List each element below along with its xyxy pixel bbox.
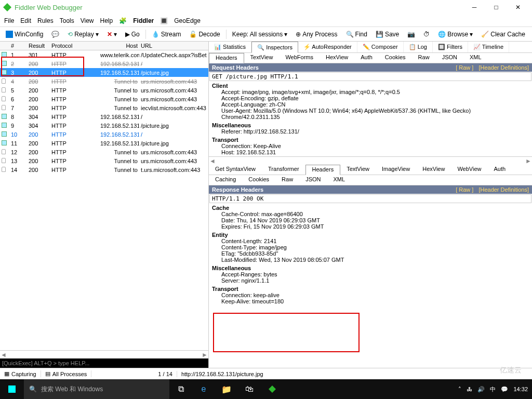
header-item[interactable]: Expires: Fri, 15 Nov 2019 06:29:03 GMT	[212, 223, 529, 230]
header-item[interactable]: Accept-Language: zh-CN	[212, 101, 529, 108]
session-row[interactable]: 12200HTTPTunnel tours.microsoft.com:443	[0, 148, 208, 156]
resptab-raw[interactable]: Raw	[275, 175, 299, 185]
reqtab-raw[interactable]: Raw	[412, 53, 436, 63]
minimize-button[interactable]: ─	[463, 0, 485, 15]
replay-button[interactable]: Replay ▾	[65, 30, 101, 39]
header-item[interactable]: ETag: "5dcbb933-85d"	[212, 250, 529, 257]
tray-up-icon[interactable]: ˄	[458, 386, 461, 393]
tray-ime-icon[interactable]: 中	[490, 385, 496, 393]
header-item[interactable]: Host: 192.168.52.131	[212, 149, 529, 155]
tray-time[interactable]: 14:32	[513, 386, 528, 392]
resptab-webview[interactable]: WebView	[451, 165, 487, 175]
reqtab-headers[interactable]: Headers	[209, 53, 244, 63]
explorer-icon[interactable]: 📁	[215, 379, 238, 399]
reqtab-auth[interactable]: Auth	[354, 53, 379, 63]
tab-timeline[interactable]: 📈 Timeline	[468, 42, 509, 52]
taskbar-search[interactable]: 🔍 搜索 Web 和 Windows	[24, 379, 169, 399]
tab-inspectors[interactable]: 🔍 Inspectors	[251, 42, 298, 53]
tray-network-icon[interactable]: 🖧	[467, 386, 472, 392]
reqtab-textview[interactable]: TextView	[244, 53, 280, 63]
menu-help[interactable]: Help	[100, 17, 113, 24]
menu-geoedge[interactable]: GeoEdge	[174, 17, 201, 24]
col-num[interactable]: #	[9, 43, 27, 49]
go-button[interactable]: ▶ Go	[123, 30, 142, 39]
close-button[interactable]: ✕	[507, 0, 529, 15]
session-row[interactable]: 7200HTTPTunnel toiecvlist.microsoft.com:…	[0, 103, 208, 112]
menu-file[interactable]: File	[4, 17, 14, 24]
header-item[interactable]: Accept-Ranges: bytes	[212, 271, 529, 277]
session-row[interactable]: 2200HTTP192.168.52.131/	[0, 59, 208, 68]
tab-autoresponder[interactable]: ⚡ AutoResponder	[298, 42, 357, 52]
reqtab-cookies[interactable]: Cookies	[379, 53, 412, 63]
keep-sessions-dropdown[interactable]: Keep: All sessions ▾	[230, 30, 290, 39]
session-row[interactable]: 11200HTTP192.168.52.131/picture.jpg	[0, 139, 208, 148]
remove-button[interactable]: ✕ ▾	[104, 30, 119, 39]
task-view-icon[interactable]: ⧉	[169, 379, 192, 399]
session-row[interactable]: 4200HTTPTunnel tours.microsoft.com:443	[0, 77, 208, 86]
header-item[interactable]: Content-Length: 2141	[212, 238, 529, 244]
header-item[interactable]: Referer: http://192.168.52.131/	[212, 128, 529, 135]
resptab-caching[interactable]: Caching	[209, 175, 242, 185]
comment-button[interactable]: 💬	[49, 30, 62, 39]
save-button[interactable]: 💾 Save	[373, 30, 402, 39]
session-row[interactable]: 3200HTTP192.168.52.131/picture.jpg	[0, 68, 208, 77]
header-item[interactable]: Date: Thu, 14 Nov 2019 06:29:03 GMT	[212, 217, 529, 223]
response-raw-link[interactable]: [ Raw ]	[456, 187, 473, 193]
resptab-hexview[interactable]: HexView	[416, 165, 451, 175]
status-processes[interactable]: ▤ All Processes	[41, 370, 92, 377]
session-row[interactable]: 10200HTTP192.168.52.131/	[0, 130, 208, 139]
col-result[interactable]: Result	[27, 43, 50, 49]
resptab-transformer[interactable]: Transformer	[262, 165, 305, 175]
quickexec-bar[interactable]: [QuickExec] ALT+Q > type HELP...	[0, 358, 208, 368]
col-url[interactable]: URL	[139, 43, 208, 49]
header-item[interactable]: Cache-Control: max-age=86400	[212, 211, 529, 217]
session-row[interactable]: 5200HTTPTunnel tours.microsoft.com:443	[0, 86, 208, 95]
header-item[interactable]: Connection: keep-alive	[212, 292, 529, 298]
stream-button[interactable]: 💧 Stream	[149, 30, 184, 39]
clear-cache-button[interactable]: 🧹 Clear Cache	[478, 30, 528, 39]
header-item[interactable]: User-Agent: Mozilla/5.0 (Windows NT 10.0…	[212, 108, 529, 120]
edge-icon[interactable]: e	[192, 379, 215, 399]
any-process-button[interactable]: ⊕ Any Process	[293, 30, 340, 39]
request-defs-link[interactable]: [Header Definitions]	[478, 64, 529, 71]
header-item[interactable]: Content-Type: image/jpeg	[212, 244, 529, 250]
store-icon[interactable]: 🛍	[238, 379, 261, 399]
browse-button[interactable]: 🌐 Browse ▾	[435, 30, 475, 39]
header-item[interactable]: Keep-Alive: timeout=180	[212, 298, 529, 304]
menu-fiddler[interactable]: Fiddler	[133, 17, 154, 24]
tray-notifications-icon[interactable]: 💬	[501, 386, 508, 393]
resptab-get-syntaxview[interactable]: Get SyntaxView	[209, 165, 262, 175]
header-item[interactable]: Connection: Keep-Alive	[212, 143, 529, 149]
response-defs-link[interactable]: [Header Definitions]	[478, 187, 529, 193]
timer-button[interactable]: ⏱	[421, 30, 432, 39]
header-item[interactable]: Accept-Encoding: gzip, deflate	[212, 95, 529, 101]
request-raw-link[interactable]: [ Raw ]	[456, 64, 473, 71]
reqtab-webforms[interactable]: WebForms	[279, 53, 320, 63]
resptab-cookies[interactable]: Cookies	[242, 175, 275, 185]
menu-rules[interactable]: Rules	[37, 17, 54, 24]
winconfig-button[interactable]: WinConfig	[3, 30, 46, 39]
tab-composer[interactable]: ✏️ Composer	[357, 42, 404, 52]
resptab-auth[interactable]: Auth	[487, 165, 512, 175]
resptab-xml[interactable]: XML	[327, 175, 351, 185]
tab-filters[interactable]: 🔲 Filters	[433, 42, 468, 52]
reqtab-json[interactable]: JSON	[436, 53, 463, 63]
reqtab-xml[interactable]: XML	[463, 53, 488, 63]
fiddler-taskbar-icon[interactable]	[261, 379, 284, 399]
header-item[interactable]: Server: nginx/1.1.1	[212, 277, 529, 284]
resptab-textview[interactable]: TextView	[340, 165, 376, 175]
session-row[interactable]: 1301HTTPwww.telerik.com/UpdateCheck.aspx…	[0, 50, 208, 59]
session-row[interactable]: 6200HTTPTunnel tours.microsoft.com:443	[0, 95, 208, 103]
col-host[interactable]: Host	[99, 43, 139, 49]
maximize-button[interactable]: □	[485, 0, 507, 15]
session-row[interactable]: 13200HTTPTunnel tours.microsoft.com:443	[0, 156, 208, 165]
session-row[interactable]: 9304HTTP192.168.52.131/picture.jpg	[0, 121, 208, 130]
resptab-json[interactable]: JSON	[299, 175, 327, 185]
tab-log[interactable]: 📋 Log	[404, 42, 433, 52]
start-button[interactable]	[0, 385, 24, 393]
session-row[interactable]: 14200HTTPTunnel tot.urs.microsoft.com:44…	[0, 165, 208, 174]
menu-view[interactable]: View	[81, 17, 94, 24]
status-capturing[interactable]: ▦ Capturing	[0, 370, 41, 377]
sessions-hscroll[interactable]: ◄►	[0, 350, 208, 358]
find-button[interactable]: 🔍 Find	[343, 30, 370, 39]
